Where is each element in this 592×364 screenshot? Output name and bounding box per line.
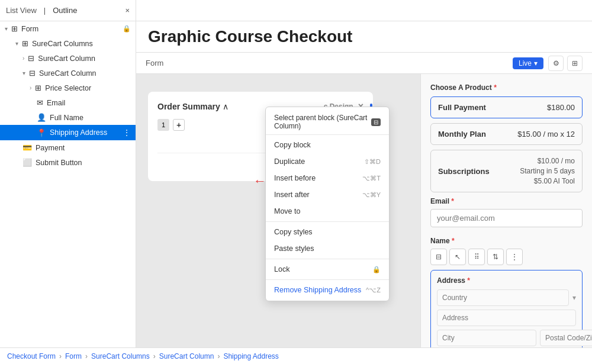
canvas-left: Order Summary ∧ c Design × 1 + $180.00 $… [136,74,420,347]
city-input[interactable] [437,330,536,346]
address-row [437,330,576,346]
ctx-select-parent[interactable]: Select parent block (SureCart Column) ⊟ [266,109,389,135]
address-input[interactable] [437,310,576,326]
sidebar-item-label: Price Selector [45,84,91,92]
shortcut-label: ⌥⌘Y [362,191,381,199]
ctx-item-label: Lock [274,265,289,273]
chevron-icon: › [30,85,31,91]
breadcrumb-checkout-form[interactable]: Checkout Form [7,352,56,360]
form-icon: ⊞ [11,24,18,33]
shortcut-label: ^⌥Z [366,286,381,294]
product-option-monthly-plan[interactable]: Monthly Plan $15.00 / mo x 12 [430,123,583,145]
sidebar-item-label: Shipping Address [50,128,107,137]
ctx-move-to[interactable]: Move to [266,203,389,220]
name-tool-move-btn[interactable]: ⠿ [468,249,485,265]
sidebar-item-column-2[interactable]: ▾ ⊟ SureCart Column [0,66,136,80]
editor-toolbar: Form Live ▾ ⚙ ⊞ [136,53,592,74]
sidebar-item-price-selector[interactable]: › ⊞ Price Selector [0,80,136,95]
product-name: Monthly Plan [438,130,486,138]
choose-product-label: Choose A Product [430,83,492,92]
ctx-copy-styles[interactable]: Copy styles [266,224,389,240]
chevron-icon: ▾ [22,70,25,76]
breadcrumb-sep-1: › [59,352,62,360]
ctx-copy-block[interactable]: Copy block [266,137,389,153]
sidebar-item-email[interactable]: ✉ Email [0,95,136,110]
outline-tab[interactable]: Outline [53,6,77,15]
price-selector-icon: ⊞ [35,83,41,92]
product-option-full-payment[interactable]: Full Payment $180.00 [430,96,583,118]
column-icon: ⊟ [29,69,36,78]
list-view-tab[interactable]: List View [6,6,37,15]
icon-btn-2[interactable]: ⊞ [567,56,583,71]
main-content: ▾ ⊞ Form 🔒 ▾ ⊞ SureCart Columns › ⊟ Sure… [0,21,592,347]
context-menu: Select parent block (SureCart Column) ⊟ … [265,107,390,301]
sidebar-item-label: Form [21,25,38,33]
ctx-duplicate[interactable]: Duplicate ⇧⌘D [266,153,389,170]
form-label: Form [146,59,163,67]
country-chevron: ▾ [572,294,576,302]
chevron-icon: › [22,55,24,62]
ctx-lock[interactable]: Lock 🔒 [266,261,389,278]
ctx-item-label: Copy styles [274,228,313,236]
ctx-insert-before[interactable]: Insert before ⌥⌘T [266,170,389,186]
payment-icon: 💳 [22,143,32,152]
ctx-item-label: Duplicate [274,157,305,166]
postal-input[interactable] [540,330,592,346]
live-chevron: ▾ [534,59,538,67]
breadcrumb-surecart-columns[interactable]: SureCart Columns [91,352,150,360]
lock-icon: 🔒 [123,25,131,33]
columns-icon: ⊞ [22,39,28,48]
sidebar-item-payment[interactable]: 💳 Payment [0,140,136,155]
sidebar-item-submit-button[interactable]: ⬜ Submit Button [0,155,136,170]
product-price: $15.00 / mo x 12 [517,130,575,138]
sidebar-item-column-1[interactable]: › ⊟ SureCart Column [0,51,136,66]
shortcut-label: ⌥⌘T [362,175,381,182]
ctx-block-icon: ⊟ [371,118,381,126]
name-tool-columns-btn[interactable]: ⊟ [430,249,447,265]
editor-canvas: Order Summary ∧ c Design × 1 + $180.00 $… [136,74,592,347]
qty-plus-button[interactable]: + [173,119,185,131]
breadcrumb-surecart-column[interactable]: SureCart Column [159,352,214,360]
email-label: Email * [430,197,583,205]
ctx-remove-shipping[interactable]: Remove Shipping Address ^⌥Z [266,282,389,298]
order-summary-title: Order Summary ∧ [157,102,229,111]
required-star: * [494,83,497,92]
product-price: $10.00 / moStarting in 5 days$5.00 AI To… [520,156,575,186]
name-tool-more-btn[interactable]: ⋮ [506,249,523,265]
name-tool-cursor-btn[interactable]: ↖ [449,249,466,265]
breadcrumb-sep-2: › [85,352,88,360]
close-panel-button[interactable]: × [125,6,130,15]
ctx-divider-1 [266,221,389,222]
sidebar-item-label: SureCart Column [38,54,95,63]
more-options-icon[interactable]: ⋮ [123,128,131,137]
ctx-insert-after[interactable]: Insert after ⌥⌘Y [266,186,389,203]
sidebar-item-shipping-address[interactable]: 📍 Shipping Address ⋮ [0,125,136,140]
email-input[interactable] [430,209,583,227]
ctx-paste-styles[interactable]: Paste styles [266,240,389,257]
name-label: Name * [430,237,583,245]
sidebar-item-surecart-columns[interactable]: ▾ ⊞ SureCart Columns [0,36,136,51]
product-option-subscriptions[interactable]: Subscriptions $10.00 / moStarting in 5 d… [430,150,583,192]
breadcrumb-form[interactable]: Form [65,352,82,360]
tab-divider: | [44,6,46,15]
name-tool-arrows-btn[interactable]: ⇅ [487,249,504,265]
product-section-label: Choose A Product * [430,83,583,92]
live-button[interactable]: Live ▾ [513,57,543,69]
icon-btn-1[interactable]: ⚙ [548,56,564,71]
toolbar-icons: ⚙ ⊞ [548,56,583,71]
ctx-item-label: Remove Shipping Address [274,286,361,294]
sidebar-item-full-name[interactable]: 👤 Full Name [0,110,136,125]
product-price: $180.00 [547,103,575,112]
address-label: Address * [437,276,576,285]
sidebar-item-form[interactable]: ▾ ⊞ Form 🔒 [0,21,136,36]
page-title: Graphic Course Checkout [136,21,592,53]
arrow-indicator-1: ← [253,173,266,189]
ctx-item-label: Insert after [274,191,310,199]
country-input[interactable] [437,289,569,306]
qty-display: 1 [157,119,169,131]
shortcut-label: ⇧⌘D [364,158,381,166]
product-name: Subscriptions [438,167,490,176]
breadcrumb-shipping-address[interactable]: Shipping Address [223,352,278,360]
email-icon: ✉ [37,98,43,107]
address-section: Address * ▾ [430,270,583,347]
